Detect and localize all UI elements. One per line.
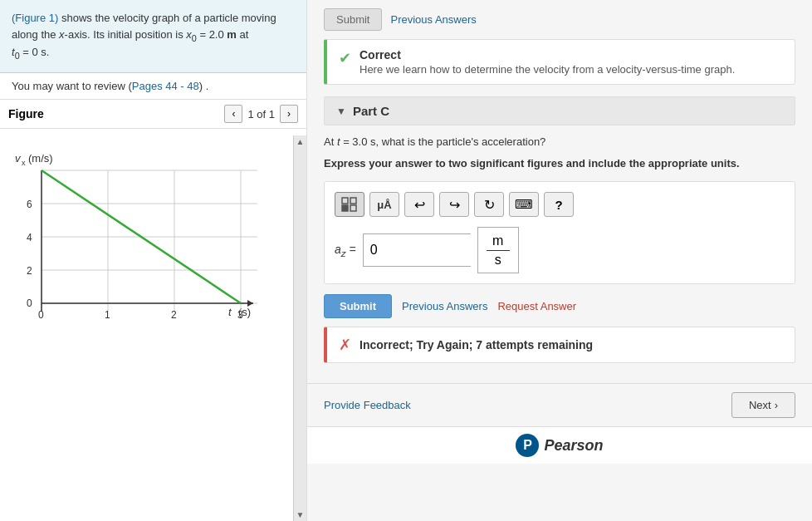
pearson-footer: P Pearson xyxy=(307,426,812,464)
part-b-submit-btn: Submit xyxy=(324,8,382,31)
review-suffix: ) . xyxy=(199,80,209,92)
svg-rect-28 xyxy=(342,205,348,211)
fraction-unit: m s xyxy=(477,227,519,273)
svg-rect-26 xyxy=(342,198,348,204)
next-label: Next xyxy=(749,399,771,411)
pearson-logo: P Pearson xyxy=(516,434,603,457)
right-panel: Submit Previous Answers ✔ Correct Here w… xyxy=(307,0,812,521)
problem-text-3: at xyxy=(237,28,248,41)
checkmark-icon: ✔ xyxy=(339,49,351,67)
part-c-prev-answers-link[interactable]: Previous Answers xyxy=(402,300,487,312)
figure-nav: ‹ 1 of 1 › xyxy=(224,105,298,123)
unit-numerator: m xyxy=(492,233,503,248)
svg-text:x: x xyxy=(22,159,26,167)
part-b-prev-answers-link[interactable]: Previous Answers xyxy=(390,13,476,26)
correct-content: Correct Here we learn how to determine t… xyxy=(360,48,735,76)
scroll-up-arrow[interactable]: ▲ xyxy=(296,137,305,146)
problem-equals: = 2.0 xyxy=(197,28,227,41)
svg-text:2: 2 xyxy=(171,309,177,321)
unit-m: m xyxy=(227,28,237,41)
svg-text:0: 0 xyxy=(38,309,44,321)
correct-box: ✔ Correct Here we learn how to determine… xyxy=(324,39,795,85)
next-btn[interactable]: Next › xyxy=(731,392,795,418)
left-panel: (Figure 1) shows the velocity graph of a… xyxy=(0,0,307,521)
graph-container: v x (m/s) t (s) xyxy=(0,129,306,370)
part-c-collapse-icon[interactable]: ▼ xyxy=(336,106,346,117)
scroll-down-arrow[interactable]: ▼ xyxy=(296,510,305,519)
review-text: You may want to review (Pages 44 - 48) . xyxy=(0,73,306,99)
part-c-instruction: Express your answer to two significant f… xyxy=(324,155,795,172)
review-prefix: You may want to review ( xyxy=(12,80,132,92)
part-b-submit-row: Submit Previous Answers xyxy=(324,8,795,31)
grid-icon xyxy=(341,197,358,212)
grid-icon-btn[interactable] xyxy=(335,192,364,217)
problem-text-2: -axis. Its initial position is xyxy=(65,28,187,41)
footer: Provide Feedback Next › xyxy=(307,383,812,426)
figure-link[interactable]: (Figure 1) xyxy=(12,12,58,24)
keyboard-btn[interactable]: ⌨ xyxy=(509,192,539,217)
page-count: 1 of 1 xyxy=(247,108,275,120)
undo-btn[interactable]: ↩ xyxy=(404,192,434,217)
svg-text:0: 0 xyxy=(27,297,32,309)
help-btn[interactable]: ? xyxy=(544,192,574,217)
correct-title: Correct xyxy=(360,48,735,61)
svg-text:v: v xyxy=(15,152,22,165)
scroll-bar[interactable]: ▲ ▼ xyxy=(293,135,306,521)
input-row: az = m s xyxy=(335,227,785,273)
request-answer-link[interactable]: Request Answer xyxy=(497,300,576,312)
pearson-label: Pearson xyxy=(544,437,603,455)
problem-text-box: (Figure 1) shows the velocity graph of a… xyxy=(0,0,306,73)
correct-desc: Here we learn how to determine the veloc… xyxy=(360,63,735,76)
x-icon: ✗ xyxy=(339,336,351,354)
prev-figure-btn[interactable]: ‹ xyxy=(224,105,242,123)
label-a: a xyxy=(335,243,341,256)
answer-toolbar: μÅ ↩ ↪ ↻ ⌨ ? xyxy=(335,192,785,217)
svg-text:2: 2 xyxy=(27,265,32,277)
unit-denominator: s xyxy=(495,253,501,268)
answer-area: μÅ ↩ ↪ ↻ ⌨ ? az = m xyxy=(324,181,795,284)
next-arrow-icon: › xyxy=(775,399,778,411)
equals-sign: = xyxy=(350,243,356,256)
eq-zero: = 0 s. xyxy=(20,46,50,58)
figure-title: Figure xyxy=(8,107,44,120)
figure-header: Figure ‹ 1 of 1 › xyxy=(0,99,306,129)
fraction-line xyxy=(487,250,510,251)
svg-text:6: 6 xyxy=(27,199,32,210)
next-figure-btn[interactable]: › xyxy=(280,105,298,123)
provide-feedback-link[interactable]: Provide Feedback xyxy=(324,399,411,411)
label-subscript-z: z xyxy=(341,247,346,258)
answer-input-field[interactable] xyxy=(363,233,471,267)
incorrect-text: Incorrect; Try Again; 7 attempts remaini… xyxy=(360,338,593,351)
velocity-graph: v x (m/s) t (s) xyxy=(8,137,274,361)
svg-rect-27 xyxy=(350,198,356,204)
pages-link[interactable]: Pages 44 - 48 xyxy=(132,80,199,92)
svg-text:(m/s): (m/s) xyxy=(28,152,53,165)
svg-text:1: 1 xyxy=(105,309,110,321)
mu-icon-btn[interactable]: μÅ xyxy=(369,192,399,217)
redo-btn[interactable]: ↪ xyxy=(439,192,469,217)
incorrect-box: ✗ Incorrect; Try Again; 7 attempts remai… xyxy=(324,327,795,363)
part-c-submit-row: Submit Previous Answers Request Answer xyxy=(324,294,795,318)
part-c-header: ▼ Part C xyxy=(324,96,795,125)
part-c-label: Part C xyxy=(353,104,389,118)
svg-text:3: 3 xyxy=(237,309,243,321)
svg-text:t: t xyxy=(228,306,232,318)
svg-text:4: 4 xyxy=(27,232,32,243)
input-label: az = xyxy=(335,243,356,258)
pearson-p-icon: P xyxy=(516,434,539,457)
refresh-btn[interactable]: ↻ xyxy=(474,192,504,217)
svg-rect-29 xyxy=(350,205,356,211)
part-c-question: At t = 3.0 s, what is the particle's acc… xyxy=(324,134,795,150)
part-c-submit-btn[interactable]: Submit xyxy=(324,294,392,318)
